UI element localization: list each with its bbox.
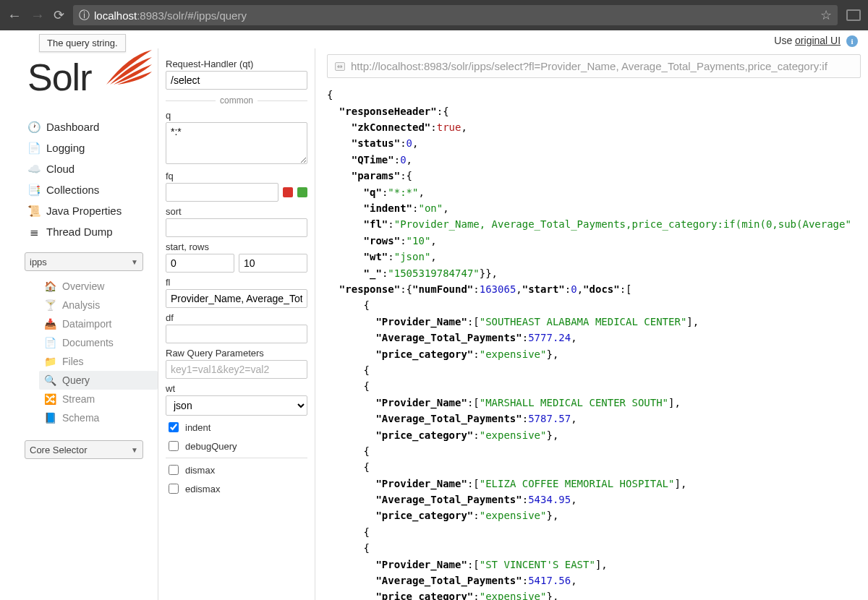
cloud-icon: ☁️ (27, 163, 41, 175)
results-panel: ⇔ http://localhost:8983/solr/ipps/select… (315, 48, 868, 600)
df-label: df (166, 312, 307, 323)
collections-icon: 📑 (27, 184, 41, 196)
subnav-item-label: Schema (62, 412, 99, 424)
logging-icon: 📄 (27, 142, 41, 154)
indent-label: indent (185, 422, 210, 433)
core-selector-label: Core Selector (30, 445, 87, 455)
thread-icon: ≣ (27, 226, 41, 238)
fq-remove-button[interactable] (283, 187, 293, 197)
funnel-icon: 🍸 (43, 299, 56, 311)
url-path: :8983/solr/#/ipps/query (137, 9, 247, 22)
cast-icon[interactable] (846, 9, 861, 21)
site-info-icon[interactable]: ⓘ (79, 9, 90, 22)
doc-icon: 📄 (43, 337, 56, 348)
debugquery-label: debugQuery (185, 441, 237, 452)
nav-item-label: Cloud (46, 163, 75, 175)
nav-item-thread-dump[interactable]: ≣Thread Dump (25, 221, 158, 242)
info-icon[interactable]: i (846, 35, 858, 47)
request-url-text: http://localhost:8983/solr/ipps/select?f… (351, 60, 827, 72)
core-selector-dropdown[interactable]: Core Selector ▼ (25, 440, 143, 459)
fq-add-button[interactable] (297, 187, 307, 197)
query-form: Request-Handler (qt) common q fq sort st… (158, 48, 315, 600)
wt-select[interactable]: json (166, 395, 307, 416)
subnav-item-overview[interactable]: 🏠Overview (39, 277, 158, 296)
stream-icon: 🔀 (43, 393, 56, 405)
fl-input[interactable] (166, 289, 307, 308)
forward-arrow-icon: → (30, 7, 45, 24)
subnav-item-files[interactable]: 📁Files (39, 352, 158, 371)
schema-icon: 📘 (43, 412, 56, 424)
java-icon: 📜 (27, 205, 41, 217)
subnav-item-schema[interactable]: 📘Schema (39, 408, 158, 427)
link-chip-icon: ⇔ (335, 62, 345, 71)
subnav-item-label: Dataimport (62, 318, 111, 330)
sort-label: sort (166, 206, 307, 217)
edismax-checkbox[interactable] (169, 484, 179, 494)
raw-params-input[interactable] (166, 360, 307, 379)
chevron-down-icon: ▼ (131, 446, 138, 454)
fl-label: fl (166, 277, 307, 288)
dismax-checkbox[interactable] (169, 465, 179, 475)
wt-label: wt (166, 383, 307, 394)
reload-icon[interactable]: ⟳ (54, 7, 64, 23)
df-input[interactable] (166, 325, 307, 343)
original-ui-link-row: Use original UI i (0, 30, 868, 48)
subnav-item-label: Files (62, 356, 84, 367)
fq-input[interactable] (166, 183, 278, 202)
back-arrow-icon[interactable]: ← (7, 7, 22, 24)
subnav-item-label: Overview (62, 280, 104, 292)
sort-input[interactable] (166, 218, 307, 237)
indent-checkbox[interactable] (169, 422, 179, 432)
nav-item-label: Dashboard (46, 121, 99, 133)
q-input[interactable] (166, 122, 307, 164)
nav-item-dashboard[interactable]: 🕐Dashboard (25, 116, 158, 137)
sidebar: Solr 🕐Dashboard📄Logging☁️Cloud📑Collectio… (0, 48, 158, 600)
fq-label: fq (166, 171, 307, 181)
nav-item-label: Java Properties (46, 205, 122, 217)
nav-item-label: Logging (46, 142, 85, 154)
chevron-down-icon: ▼ (131, 258, 138, 266)
qt-label: Request-Handler (qt) (166, 59, 307, 69)
main-nav: 🕐Dashboard📄Logging☁️Cloud📑Collections📜Ja… (25, 116, 158, 242)
nav-item-java-properties[interactable]: 📜Java Properties (25, 200, 158, 221)
tooltip: The query string. (39, 34, 126, 52)
core-dropdown-value: ipps (30, 257, 47, 267)
subnav-item-label: Analysis (62, 299, 100, 311)
subnav-item-label: Query (62, 374, 90, 386)
subnav-item-label: Stream (62, 393, 95, 405)
nav-item-label: Collections (46, 184, 99, 196)
subnav-item-documents[interactable]: 📄Documents (39, 333, 158, 352)
url-host: localhost (94, 9, 137, 22)
subnav-item-analysis[interactable]: 🍸Analysis (39, 296, 158, 314)
search-icon: 🔍 (43, 374, 56, 386)
nav-item-cloud[interactable]: ☁️Cloud (25, 158, 158, 179)
bookmark-star-icon[interactable]: ☆ (820, 7, 832, 23)
home-icon: 🏠 (43, 280, 56, 292)
logo-rays-icon (103, 48, 153, 88)
core-dropdown[interactable]: ipps ▼ (25, 252, 143, 271)
subnav-item-label: Documents (62, 337, 114, 348)
start-input[interactable] (166, 254, 234, 273)
common-legend: common (166, 95, 307, 106)
rows-input[interactable] (239, 254, 307, 273)
logo: Solr (25, 48, 158, 112)
folder-icon: 📁 (43, 356, 56, 367)
nav-item-logging[interactable]: 📄Logging (25, 137, 158, 158)
request-url-box[interactable]: ⇔ http://localhost:8983/solr/ipps/select… (327, 54, 861, 78)
subnav-item-dataimport[interactable]: 📥Dataimport (39, 314, 158, 333)
subnav-item-stream[interactable]: 🔀Stream (39, 390, 158, 408)
json-response: { "responseHeader":{ "zkConnected":true,… (327, 87, 861, 600)
edismax-label: edismax (185, 484, 220, 494)
raw-label: Raw Query Parameters (166, 348, 307, 359)
debugquery-checkbox[interactable] (169, 441, 179, 451)
original-ui-link[interactable]: original UI (795, 35, 841, 46)
nav-item-collections[interactable]: 📑Collections (25, 179, 158, 200)
qt-input[interactable] (166, 71, 307, 90)
nav-item-label: Thread Dump (46, 226, 113, 238)
dismax-label: dismax (185, 465, 215, 476)
address-bar[interactable]: ⓘ localhost:8983/solr/#/ipps/query ☆ (73, 5, 838, 25)
subnav-item-query[interactable]: 🔍Query (39, 371, 158, 390)
original-ui-prefix: Use (774, 35, 795, 46)
browser-toolbar: ← → ⟳ ⓘ localhost:8983/solr/#/ipps/query… (0, 0, 868, 30)
dashboard-icon: 🕐 (27, 121, 41, 133)
